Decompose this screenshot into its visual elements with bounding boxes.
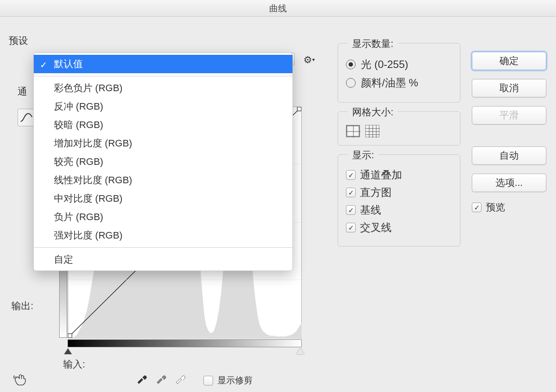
preset-option-5[interactable]: 线性对比度 (RGB) <box>34 171 292 189</box>
preset-option-0[interactable]: 彩色负片 (RGB) <box>34 79 292 97</box>
display-amount-group: 显示数量: 光 (0-255) 颜料/油墨 % <box>338 43 460 103</box>
white-point-slider[interactable] <box>296 348 304 354</box>
auto-button[interactable]: 自动 <box>472 146 546 165</box>
preset-option-1[interactable]: 反冲 (RGB) <box>34 97 292 116</box>
cancel-button[interactable]: 取消 <box>472 79 546 97</box>
radio-light[interactable]: 光 (0-255) <box>346 57 452 71</box>
preview-label: 预览 <box>486 201 505 214</box>
show-check-0[interactable]: ✓通道叠加 <box>346 168 452 182</box>
curve-draw-tool[interactable] <box>18 109 35 126</box>
black-point-slider[interactable] <box>64 348 72 354</box>
preset-label: 预设 <box>9 34 28 47</box>
output-label: 输出: <box>11 299 33 313</box>
preset-option-7[interactable]: 负片 (RGB) <box>34 208 292 226</box>
radio-pigment[interactable]: 颜料/油墨 % <box>346 76 452 90</box>
preset-option-8[interactable]: 强对比度 (RGB) <box>34 226 292 245</box>
svg-rect-3 <box>297 107 301 111</box>
grid-large-icon[interactable] <box>346 125 360 137</box>
smooth-button[interactable]: 平滑 <box>472 106 546 125</box>
options-button[interactable]: 选项... <box>472 174 546 192</box>
black-eyedropper-icon[interactable] <box>136 373 147 387</box>
preset-option-custom[interactable]: 自定 <box>34 250 292 269</box>
preset-option-default[interactable]: ✓ 默认值 <box>34 55 292 73</box>
show-group: 显示: ✓通道叠加✓直方图✓基线✓交叉线 <box>338 154 460 246</box>
preset-option-2[interactable]: 较暗 (RGB) <box>34 116 292 134</box>
show-group-title: 显示: <box>348 149 378 162</box>
grid-small-icon[interactable] <box>365 125 379 137</box>
show-check-1[interactable]: ✓直方图 <box>346 185 452 200</box>
checkbox-icon[interactable]: ✓ <box>346 223 356 232</box>
preset-option-4[interactable]: 较亮 (RGB) <box>34 153 292 171</box>
checkbox-icon[interactable]: ✓ <box>346 170 356 180</box>
channel-label: 通 <box>18 85 27 98</box>
input-label: 输入: <box>63 358 85 371</box>
display-amount-title: 显示数量: <box>348 37 398 50</box>
grid-size-title: 网格大小: <box>348 106 398 119</box>
adjust-on-image-icon[interactable] <box>13 373 28 389</box>
preset-option-3[interactable]: 增加对比度 (RGB) <box>34 134 292 153</box>
show-clipping-label: 显示修剪 <box>217 374 253 386</box>
gray-eyedropper-icon[interactable] <box>155 373 167 387</box>
check-icon: ✓ <box>40 58 47 71</box>
input-gradient <box>68 339 302 347</box>
checkbox-icon[interactable]: ✓ <box>346 205 356 215</box>
preset-option-6[interactable]: 中对比度 (RGB) <box>34 189 292 208</box>
checkbox-icon[interactable]: ✓ <box>346 188 356 197</box>
grid-size-group: 网格大小: <box>338 111 460 146</box>
window-title: 曲线 <box>0 0 556 17</box>
show-clipping-checkbox[interactable] <box>203 376 213 385</box>
gear-icon[interactable]: ⚙︎▾ <box>303 54 315 66</box>
ok-button[interactable]: 确定 <box>472 52 546 70</box>
show-check-3[interactable]: ✓交叉线 <box>346 221 452 235</box>
preset-dropdown[interactable]: ✓ 默认值 彩色负片 (RGB)反冲 (RGB)较暗 (RGB)增加对比度 (R… <box>33 53 293 271</box>
white-eyedropper-icon[interactable] <box>175 373 186 387</box>
preview-checkbox[interactable]: ✓ <box>472 203 481 212</box>
svg-rect-2 <box>68 334 72 338</box>
show-check-2[interactable]: ✓基线 <box>346 203 452 217</box>
